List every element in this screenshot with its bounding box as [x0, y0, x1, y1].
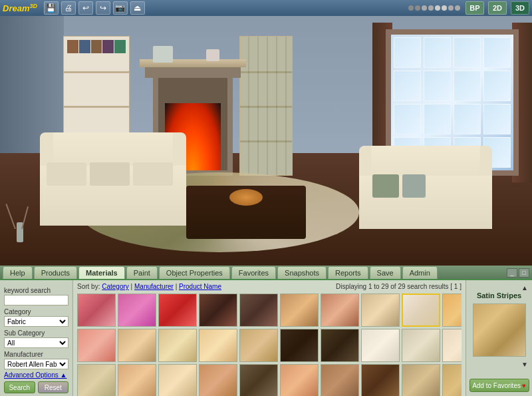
redo-icon[interactable]: ↪: [96, 1, 110, 15]
2d-view-button[interactable]: 2D: [488, 1, 507, 15]
bookcase-right: [239, 36, 293, 176]
material-swatch-15[interactable]: [280, 329, 319, 362]
keyword-label: keyword search: [4, 287, 68, 294]
material-swatch-19[interactable]: [442, 329, 462, 362]
advanced-options-link[interactable]: Advanced Options ▲: [4, 371, 68, 379]
tab-snapshots[interactable]: Snapshots: [277, 266, 327, 279]
mantle: [140, 59, 246, 67]
undo-icon[interactable]: ↩: [78, 1, 93, 15]
bp-view-button[interactable]: BP: [466, 1, 484, 15]
tab-favorites[interactable]: Favorites: [231, 266, 276, 279]
category-select[interactable]: Fabric: [4, 316, 68, 327]
reset-button[interactable]: Reset: [38, 381, 69, 393]
main-content: Sort by: Category | Manufacturer | Produ…: [73, 280, 466, 396]
material-swatch-2[interactable]: [158, 294, 197, 327]
left-sidebar: keyword search Category Fabric Sub Categ…: [0, 280, 73, 396]
add-to-favorites-button[interactable]: Add to Favorites ♥: [469, 379, 529, 392]
sort-category-link[interactable]: Category: [102, 283, 129, 290]
tab-reports[interactable]: Reports: [328, 266, 368, 279]
material-swatch-10[interactable]: [77, 329, 116, 362]
materials-grid: [77, 294, 462, 396]
tab-help[interactable]: Help: [3, 266, 33, 279]
category-label: Category: [4, 308, 68, 315]
subcategory-label: Sub Category: [4, 329, 68, 337]
material-swatch-28[interactable]: [402, 364, 440, 396]
material-swatch-12[interactable]: [158, 329, 197, 362]
material-swatch-22[interactable]: [158, 364, 197, 396]
coffee-table: [186, 186, 306, 239]
nav-tabs: Help Products Materials Paint Object Pro…: [0, 266, 532, 280]
keyword-input[interactable]: [4, 295, 68, 305]
heart-icon: ♥: [522, 382, 526, 389]
sort-product-name-link[interactable]: Product Name: [179, 283, 221, 290]
save-icon[interactable]: 💾: [44, 1, 59, 15]
toolbar: Dream3D 💾 🖨 ↩ ↪ 📷 ⏏ BP 2D 3D: [0, 0, 532, 16]
scroll-up-arrow[interactable]: ▲: [521, 284, 528, 292]
subcategory-select[interactable]: All: [4, 337, 68, 348]
tab-object-properties[interactable]: Object Properties: [159, 266, 230, 279]
material-swatch-6[interactable]: [321, 294, 359, 327]
3d-view-button[interactable]: 3D: [511, 1, 529, 15]
material-swatch-23[interactable]: [199, 364, 237, 396]
material-swatch-1[interactable]: [118, 294, 156, 327]
search-button[interactable]: Search: [4, 381, 35, 393]
print-icon[interactable]: 🖨: [61, 1, 76, 15]
material-swatch-25[interactable]: [280, 364, 319, 396]
maximize-button[interactable]: □: [519, 268, 529, 278]
decorative-plant: [13, 189, 27, 242]
minimize-button[interactable]: _: [507, 268, 517, 278]
tab-materials[interactable]: Materials: [78, 266, 125, 279]
app-logo: Dream3D: [3, 3, 37, 13]
sofa-left: [40, 159, 186, 226]
tab-save[interactable]: Save: [370, 266, 401, 279]
material-swatch-20[interactable]: [77, 364, 116, 396]
material-swatch-14[interactable]: [239, 329, 278, 362]
material-swatch-24[interactable]: [239, 364, 278, 396]
material-swatch-17[interactable]: [361, 329, 400, 362]
material-swatch-9[interactable]: [442, 294, 462, 327]
camera-icon[interactable]: 📷: [113, 1, 128, 15]
manufacturer-label: Manufacturer: [4, 351, 68, 358]
sort-bar: Sort by: Category | Manufacturer | Produ…: [77, 283, 221, 290]
material-swatch-11[interactable]: [118, 329, 156, 362]
material-swatch-13[interactable]: [199, 329, 237, 362]
sort-manufacturer-link[interactable]: Manufacturer: [134, 283, 174, 290]
material-swatch-21[interactable]: [118, 364, 156, 396]
material-swatch-3[interactable]: [199, 294, 237, 327]
scroll-down-arrow[interactable]: ▼: [521, 361, 528, 368]
bottom-panel: keyword search Category Fabric Sub Categ…: [0, 280, 532, 396]
right-info-panel: ▲ Satin Stripes ▼ Add to Favorites ♥: [466, 280, 532, 396]
material-name: Satin Stripes: [477, 292, 521, 299]
tab-paint[interactable]: Paint: [126, 266, 158, 279]
sofa-right: [359, 169, 492, 229]
material-swatch-29[interactable]: [442, 364, 462, 396]
tab-admin[interactable]: Admin: [402, 266, 438, 279]
material-swatch-5[interactable]: [280, 294, 319, 327]
add-fav-label: Add to Favorites: [472, 382, 521, 389]
material-swatch-18[interactable]: [402, 329, 440, 362]
material-preview: [473, 303, 526, 357]
material-swatch-16[interactable]: [321, 329, 359, 362]
tab-products[interactable]: Products: [34, 266, 77, 279]
results-count: Displaying 1 to 29 of 29 search results …: [336, 283, 462, 290]
material-swatch-27[interactable]: [361, 364, 400, 396]
3d-viewport[interactable]: [0, 16, 532, 266]
material-swatch-0[interactable]: [77, 294, 116, 327]
manufacturer-select[interactable]: Robert Allen Fabrics: [4, 359, 68, 369]
material-swatch-7[interactable]: [361, 294, 400, 327]
eject-icon[interactable]: ⏏: [130, 1, 145, 15]
material-swatch-8[interactable]: [402, 294, 440, 327]
material-swatch-26[interactable]: [321, 364, 359, 396]
material-swatch-4[interactable]: [239, 294, 278, 327]
